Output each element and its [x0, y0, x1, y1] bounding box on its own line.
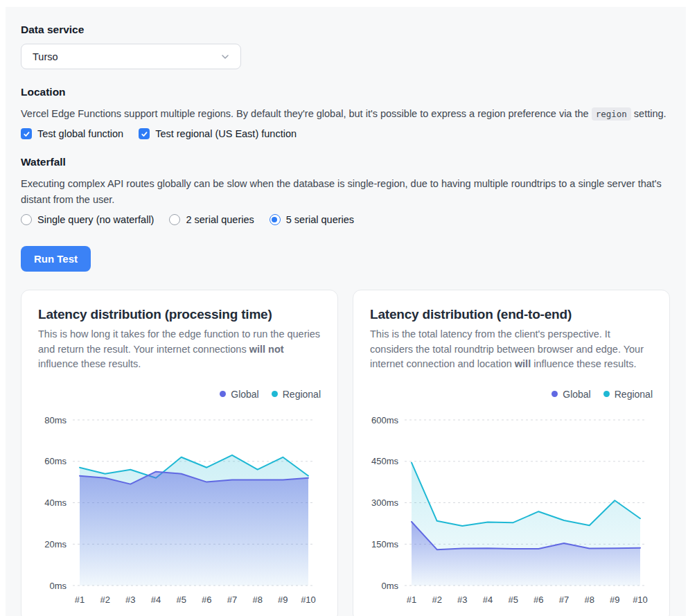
svg-text:150ms: 150ms — [371, 539, 399, 549]
svg-text:450ms: 450ms — [371, 456, 399, 466]
charts-row: Latency distribution (processing time) T… — [21, 290, 671, 616]
svg-text:40ms: 40ms — [44, 498, 67, 508]
svg-text:300ms: 300ms — [371, 498, 399, 508]
checkbox-regional-function[interactable]: Test regional (US East) function — [139, 128, 297, 139]
svg-text:80ms: 80ms — [44, 414, 67, 425]
regional-dot-icon — [603, 391, 610, 397]
svg-text:#9: #9 — [610, 595, 619, 605]
radio-2-serial-queries[interactable]: 2 serial queries — [169, 214, 254, 225]
radio-label: Single query (no waterfall) — [37, 214, 154, 225]
waterfall-heading: Waterfall — [21, 156, 671, 168]
global-dot-icon — [552, 391, 558, 397]
end-to-end-chart: 0ms150ms300ms450ms600ms#1#2#3#4#5#6#7#8#… — [370, 411, 653, 612]
run-test-button[interactable]: Run Test — [21, 246, 91, 272]
svg-text:#10: #10 — [633, 595, 648, 605]
checkbox-icon — [139, 128, 150, 139]
radio-label: 2 serial queries — [186, 214, 254, 225]
global-dot-icon — [220, 391, 226, 397]
chart-title: Latency distribution (end-to-end) — [370, 307, 653, 322]
svg-text:20ms: 20ms — [44, 539, 67, 549]
svg-text:#7: #7 — [227, 595, 237, 605]
radio-icon — [270, 214, 281, 225]
end-to-end-card: Latency distribution (end-to-end) This i… — [353, 290, 670, 616]
svg-text:#10: #10 — [301, 595, 316, 605]
checkbox-global-function[interactable]: Test global function — [21, 128, 123, 139]
svg-text:0ms: 0ms — [49, 580, 67, 590]
svg-text:600ms: 600ms — [371, 414, 399, 425]
radio-icon — [169, 214, 180, 225]
svg-text:#4: #4 — [151, 595, 161, 605]
chevron-down-icon — [220, 51, 231, 62]
radio-single-query[interactable]: Single query (no waterfall) — [21, 214, 154, 225]
svg-text:#5: #5 — [508, 595, 518, 605]
svg-text:60ms: 60ms — [44, 456, 67, 466]
chart-legend: Global Regional — [38, 389, 321, 400]
data-service-select[interactable]: Turso — [21, 44, 241, 69]
checkbox-label: Test regional (US East) function — [155, 128, 297, 139]
location-section: Location Vercel Edge Functions support m… — [21, 86, 671, 139]
processing-time-card: Latency distribution (processing time) T… — [21, 290, 338, 616]
location-checkbox-row: Test global function Test regional (US E… — [21, 128, 671, 139]
app-container: Data service Turso Location Vercel Edge … — [6, 7, 686, 616]
svg-text:#6: #6 — [533, 595, 543, 605]
svg-text:#5: #5 — [176, 595, 186, 605]
chart-description: This is the total latency from the clien… — [370, 327, 653, 371]
location-heading: Location — [21, 86, 671, 98]
svg-text:#4: #4 — [483, 595, 493, 605]
svg-text:#9: #9 — [278, 595, 288, 605]
svg-text:0ms: 0ms — [381, 580, 398, 590]
waterfall-section: Waterfall Executing complex API routes g… — [21, 156, 671, 225]
svg-text:#8: #8 — [584, 595, 594, 605]
checkbox-icon — [21, 128, 32, 139]
svg-text:#3: #3 — [457, 595, 467, 605]
regional-dot-icon — [272, 391, 278, 397]
svg-text:#3: #3 — [125, 595, 135, 605]
chart-legend: Global Regional — [370, 389, 653, 400]
svg-text:#8: #8 — [252, 595, 262, 605]
legend-item-regional: Regional — [603, 389, 653, 400]
radio-label: 5 serial queries — [286, 214, 354, 225]
data-service-selected-value: Turso — [33, 51, 58, 62]
radio-5-serial-queries[interactable]: 5 serial queries — [270, 214, 354, 225]
svg-text:#7: #7 — [559, 595, 569, 605]
data-service-section: Data service Turso — [21, 24, 671, 69]
svg-text:#1: #1 — [75, 595, 85, 605]
data-service-heading: Data service — [21, 24, 671, 36]
processing-time-chart: 0ms20ms40ms60ms80ms#1#2#3#4#5#6#7#8#9#10 — [38, 411, 321, 612]
svg-text:#1: #1 — [407, 595, 416, 605]
chart-title: Latency distribution (processing time) — [38, 307, 321, 322]
location-description: Vercel Edge Functions support multiple r… — [21, 106, 671, 121]
region-code-chip: region — [592, 107, 631, 121]
legend-item-global: Global — [552, 389, 590, 400]
legend-item-global: Global — [220, 389, 258, 400]
radio-icon — [21, 214, 32, 225]
svg-text:#2: #2 — [100, 595, 109, 605]
waterfall-description: Executing complex API routes globally ca… — [21, 176, 671, 207]
chart-description: This is how long it takes for the edge f… — [38, 327, 321, 371]
svg-text:#2: #2 — [432, 595, 441, 605]
waterfall-radio-row: Single query (no waterfall) 2 serial que… — [21, 214, 671, 225]
legend-item-regional: Regional — [272, 389, 321, 400]
svg-text:#6: #6 — [202, 595, 211, 605]
checkbox-label: Test global function — [37, 128, 123, 139]
